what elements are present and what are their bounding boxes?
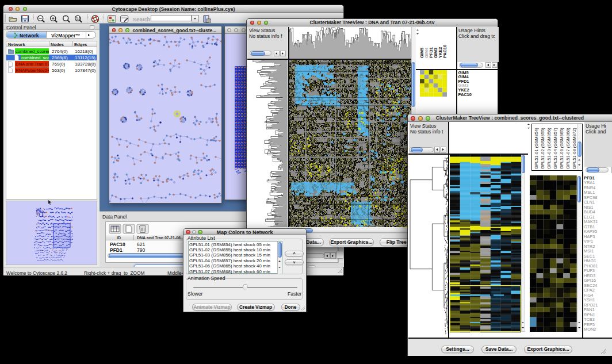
svg-text:1:1: 1:1 <box>76 17 81 20</box>
